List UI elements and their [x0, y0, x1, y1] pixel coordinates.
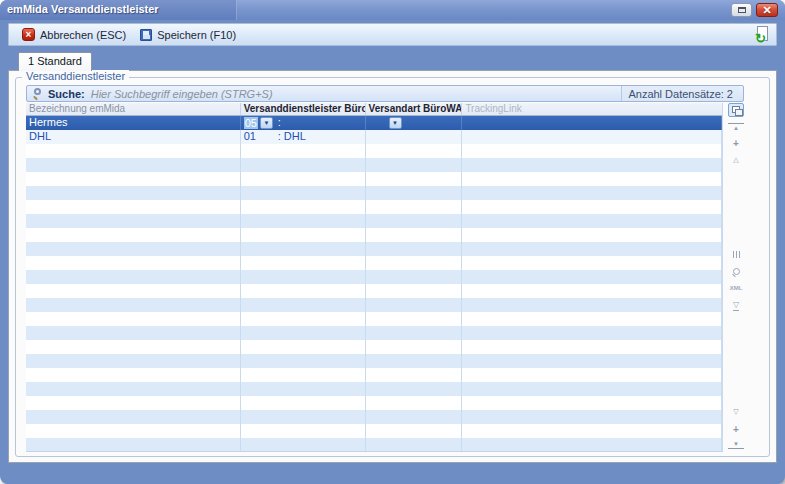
cell-versanddienstleister[interactable]: [241, 270, 366, 284]
cell-versandart[interactable]: [366, 242, 463, 256]
cell-trackinglink[interactable]: [462, 410, 722, 424]
cell-versanddienstleister[interactable]: [241, 424, 366, 438]
search-input[interactable]: Hier Suchbegriff eingeben (STRG+S): [91, 88, 622, 100]
scroll-bottom-icon[interactable]: ▼: [728, 441, 744, 449]
cell-versanddienstleister[interactable]: [241, 242, 366, 256]
column-header-0[interactable]: Bezeichnung emMida: [26, 103, 241, 115]
cell-bezeichnung[interactable]: [26, 424, 241, 438]
search-bar[interactable]: Suche: Hier Suchbegriff eingeben (STRG+S…: [26, 85, 744, 102]
cell-versanddienstleister[interactable]: [241, 214, 366, 228]
cell-bezeichnung[interactable]: [26, 298, 241, 312]
cell-trackinglink[interactable]: [462, 116, 722, 130]
carrier-code-value[interactable]: 01: [244, 130, 259, 143]
cell-trackinglink[interactable]: [462, 382, 722, 396]
cell-versanddienstleister[interactable]: [241, 312, 366, 326]
cell-trackinglink[interactable]: [462, 396, 722, 410]
cell-trackinglink[interactable]: [462, 158, 722, 172]
close-button[interactable]: ✕: [756, 3, 778, 17]
cell-versandart[interactable]: [366, 172, 463, 186]
table-row[interactable]: [26, 158, 722, 172]
insert-up-icon[interactable]: +: [728, 139, 744, 149]
cell-trackinglink[interactable]: [462, 242, 722, 256]
column-settings-icon[interactable]: [728, 251, 744, 258]
cell-versanddienstleister[interactable]: [241, 284, 366, 298]
cell-versanddienstleister[interactable]: 01: DHL: [241, 130, 366, 144]
table-row[interactable]: [26, 396, 722, 410]
cell-versanddienstleister[interactable]: [241, 256, 366, 270]
cell-versandart[interactable]: [366, 312, 463, 326]
cell-trackinglink[interactable]: [462, 284, 722, 298]
cell-trackinglink[interactable]: [462, 424, 722, 438]
cell-versandart[interactable]: [366, 228, 463, 242]
cell-bezeichnung[interactable]: [26, 242, 241, 256]
cell-versanddienstleister[interactable]: [241, 144, 366, 158]
table-row[interactable]: [26, 326, 722, 340]
table-row[interactable]: [26, 438, 722, 452]
table-row[interactable]: [26, 354, 722, 368]
cell-bezeichnung[interactable]: [26, 200, 241, 214]
cell-trackinglink[interactable]: [462, 214, 722, 228]
table-row[interactable]: [26, 256, 722, 270]
table-row[interactable]: [26, 312, 722, 326]
cell-bezeichnung[interactable]: [26, 256, 241, 270]
cell-bezeichnung[interactable]: [26, 172, 241, 186]
zoom-icon[interactable]: [728, 268, 744, 277]
page-up-icon[interactable]: △: [728, 156, 744, 163]
cell-bezeichnung[interactable]: [26, 368, 241, 382]
cell-versandart[interactable]: [366, 424, 463, 438]
cancel-button[interactable]: × Abbrechen (ESC): [15, 26, 133, 43]
table-row[interactable]: [26, 200, 722, 214]
cell-bezeichnung[interactable]: [26, 340, 241, 354]
table-row[interactable]: [26, 382, 722, 396]
cell-bezeichnung[interactable]: [26, 228, 241, 242]
cell-versanddienstleister[interactable]: [241, 326, 366, 340]
cell-versandart[interactable]: [366, 396, 463, 410]
cell-trackinglink[interactable]: [462, 340, 722, 354]
cell-trackinglink[interactable]: [462, 368, 722, 382]
cell-versanddienstleister[interactable]: [241, 200, 366, 214]
carrier-code-dropdown-button[interactable]: ▼: [260, 117, 273, 129]
column-header-3[interactable]: TrackingLink: [462, 103, 722, 115]
cell-versanddienstleister[interactable]: [241, 410, 366, 424]
cell-versandart[interactable]: [366, 284, 463, 298]
cell-versanddienstleister[interactable]: [241, 382, 366, 396]
table-row[interactable]: [26, 298, 722, 312]
column-header-1[interactable]: Versanddienstleister BüroWARE: [241, 103, 366, 115]
table-row[interactable]: [26, 144, 722, 158]
cell-bezeichnung[interactable]: [26, 382, 241, 396]
cell-trackinglink[interactable]: [462, 186, 722, 200]
cell-versandart[interactable]: [366, 326, 463, 340]
cell-bezeichnung[interactable]: [26, 354, 241, 368]
cell-versandart[interactable]: [366, 214, 463, 228]
cell-versanddienstleister[interactable]: 05▼:: [241, 116, 366, 130]
cell-bezeichnung[interactable]: [26, 284, 241, 298]
cell-bezeichnung[interactable]: DHL: [26, 130, 241, 144]
cell-bezeichnung[interactable]: [26, 270, 241, 284]
xml-icon[interactable]: XML: [728, 285, 744, 291]
cell-trackinglink[interactable]: [462, 144, 722, 158]
cell-versandart[interactable]: [366, 382, 463, 396]
cell-versanddienstleister[interactable]: [241, 158, 366, 172]
maximize-button[interactable]: [731, 3, 752, 17]
filter-icon[interactable]: ▽: [728, 301, 744, 311]
table-row[interactable]: [26, 340, 722, 354]
cell-versanddienstleister[interactable]: [241, 368, 366, 382]
cell-trackinglink[interactable]: [462, 200, 722, 214]
table-row[interactable]: [26, 284, 722, 298]
refresh-document-icon[interactable]: ↻: [755, 26, 770, 43]
cell-bezeichnung[interactable]: [26, 396, 241, 410]
cell-versanddienstleister[interactable]: [241, 396, 366, 410]
cell-trackinglink[interactable]: [462, 172, 722, 186]
table-row[interactable]: [26, 228, 722, 242]
insert-down-icon[interactable]: +: [728, 425, 744, 435]
table-row[interactable]: Hermes05▼:▼: [26, 116, 722, 130]
cell-bezeichnung[interactable]: [26, 326, 241, 340]
cell-trackinglink[interactable]: [462, 256, 722, 270]
cell-versanddienstleister[interactable]: [241, 172, 366, 186]
table-row[interactable]: [26, 368, 722, 382]
carrier-code-value[interactable]: 05: [244, 117, 258, 129]
cell-bezeichnung[interactable]: [26, 186, 241, 200]
cell-versandart[interactable]: [366, 298, 463, 312]
cell-bezeichnung[interactable]: [26, 410, 241, 424]
cell-versandart[interactable]: [366, 130, 463, 144]
